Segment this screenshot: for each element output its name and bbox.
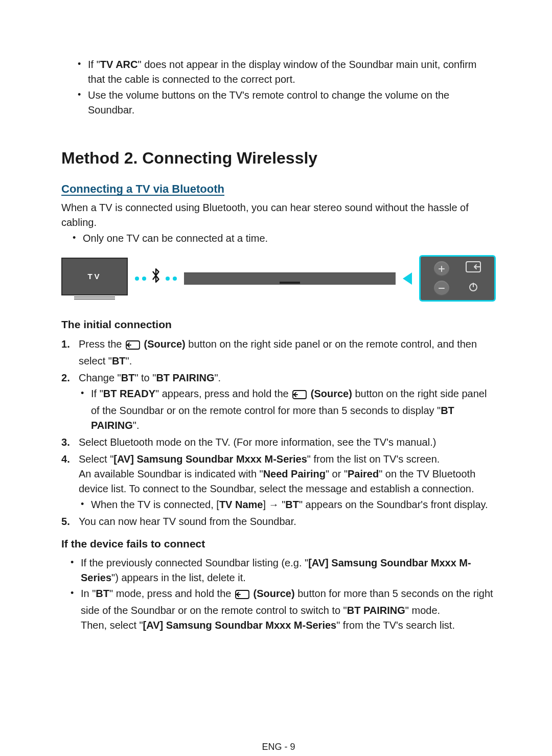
text-bold: (Source): [250, 588, 295, 599]
text: Select ": [79, 453, 113, 465]
tv-illustration: TV: [61, 258, 128, 300]
text: ] → ": [263, 499, 285, 510]
text: " or ": [326, 468, 348, 479]
source-icon: [235, 588, 249, 603]
text: Then, select ": [81, 620, 143, 631]
text: " to ": [134, 372, 156, 383]
bluetooth-signal: [135, 268, 177, 289]
sub-section-title: Connecting a TV via Bluetooth: [61, 181, 496, 197]
tv-label: TV: [87, 271, 101, 282]
signal-dot: [135, 277, 139, 281]
fails-list: If the previously connected Soundbar lis…: [68, 556, 496, 633]
text: If the previously connected Soundbar lis…: [81, 557, 308, 568]
tv-stand: [74, 296, 115, 300]
signal-dot: [173, 277, 177, 281]
page: If "TV ARC" does not appear in the displ…: [0, 0, 552, 756]
list-item: Use the volume buttons on the TV's remot…: [76, 88, 496, 118]
signal-dot: [166, 277, 170, 281]
text: Press the: [79, 338, 125, 350]
text: " appears on the Soundbar's front displa…: [299, 499, 488, 510]
volume-down-button-icon: [434, 281, 449, 296]
connection-diagram: TV: [61, 255, 496, 302]
signal-dot: [142, 277, 146, 281]
step-item: Select "[AV] Samsung Soundbar Mxxx M-Ser…: [61, 452, 496, 512]
list-item: When the TV is connected, [TV Name] → "B…: [79, 497, 496, 512]
step-item: Press the (Source) button on the right s…: [61, 337, 496, 369]
text: ".: [126, 355, 132, 366]
text-bold: [AV] Samsung Soundbar Mxxx M-Series: [143, 620, 337, 631]
text: ".: [214, 372, 221, 383]
text: Change ": [79, 372, 121, 383]
text: In ": [81, 588, 96, 599]
text: If ": [88, 59, 100, 70]
soundbar-illustration: [184, 272, 396, 285]
step-item: Select Bluetooth mode on the TV. (For mo…: [61, 435, 496, 450]
text-bold: [AV] Samsung Soundbar Mxxx M-Series: [113, 453, 307, 465]
intro-bullet-list: Only one TV can be connected at a time.: [71, 231, 496, 246]
section-title: Method 2. Connecting Wirelessly: [61, 146, 496, 170]
text: An available Soundbar is indicated with …: [79, 468, 263, 479]
step-item: Change "BT" to "BT PAIRING". If "BT READ…: [61, 371, 496, 433]
text-bold: BT PAIRING: [156, 372, 214, 383]
list-item: If "BT READY" appears, press and hold th…: [79, 386, 496, 433]
top-notes-list: If "TV ARC" does not appear in the displ…: [76, 57, 496, 118]
power-button-icon: [468, 281, 478, 296]
text-bold: BT: [112, 355, 126, 366]
text: ".: [133, 420, 140, 431]
list-item: If "TV ARC" does not appear in the displ…: [76, 57, 496, 87]
text: If ": [91, 388, 103, 399]
source-button-icon: [466, 261, 481, 277]
list-item: In "BT" mode, press and hold the (Source…: [68, 586, 496, 633]
tv-screen: TV: [61, 258, 128, 295]
text: Only one TV can be connected at a time.: [83, 233, 268, 244]
text: " mode.: [405, 605, 440, 616]
list-item: Only one TV can be connected at a time.: [71, 231, 496, 246]
block-title-initial: The initial connection: [61, 317, 496, 332]
source-icon: [126, 339, 140, 354]
text-bold: BT: [285, 499, 299, 510]
text: ") appears in the list, delete it.: [111, 572, 246, 583]
text: " from the list on TV's screen.: [307, 453, 440, 465]
nested-list: When the TV is connected, [TV Name] → "B…: [79, 497, 496, 512]
text: " from the TV's search list.: [336, 620, 455, 631]
soundbar-button-panel: [419, 255, 496, 302]
text: " mode, press and hold the: [109, 588, 234, 599]
text: " appears, press and hold the: [155, 388, 291, 399]
page-footer: ENG - 9: [61, 740, 496, 753]
list-item: If the previously connected Soundbar lis…: [68, 556, 496, 585]
steps-list: Press the (Source) button on the right s…: [61, 337, 496, 529]
text: Select Bluetooth mode on the TV. (For mo…: [79, 437, 436, 448]
intro-text: When a TV is connected using Bluetooth, …: [61, 200, 496, 230]
text-bold: (Source): [308, 388, 352, 399]
text-bold: Need Pairing: [263, 468, 326, 479]
text-bold: BT: [121, 372, 135, 383]
text-bold: BT PAIRING: [347, 605, 405, 616]
text: Use the volume buttons on the TV's remot…: [88, 89, 449, 116]
text-bold: TV ARC: [100, 59, 138, 70]
text-bold: BT: [96, 588, 109, 599]
text: You can now hear TV sound from the Sound…: [79, 516, 296, 527]
volume-up-button-icon: [434, 261, 449, 277]
text-bold: TV Name: [219, 499, 263, 510]
source-icon: [292, 388, 307, 403]
text-bold: Paired: [348, 468, 379, 479]
bluetooth-icon: [150, 268, 162, 289]
text-bold: (Source): [141, 338, 186, 350]
text-bold: BT READY: [103, 388, 155, 399]
step-item: You can now hear TV sound from the Sound…: [61, 514, 496, 529]
block-title-fails: If the device fails to connect: [61, 536, 496, 552]
callout-arrow: [403, 272, 412, 285]
nested-list: If "BT READY" appears, press and hold th…: [79, 386, 496, 433]
text: When the TV is connected, [: [91, 499, 219, 510]
text: " does not appear in the display window …: [88, 59, 477, 85]
